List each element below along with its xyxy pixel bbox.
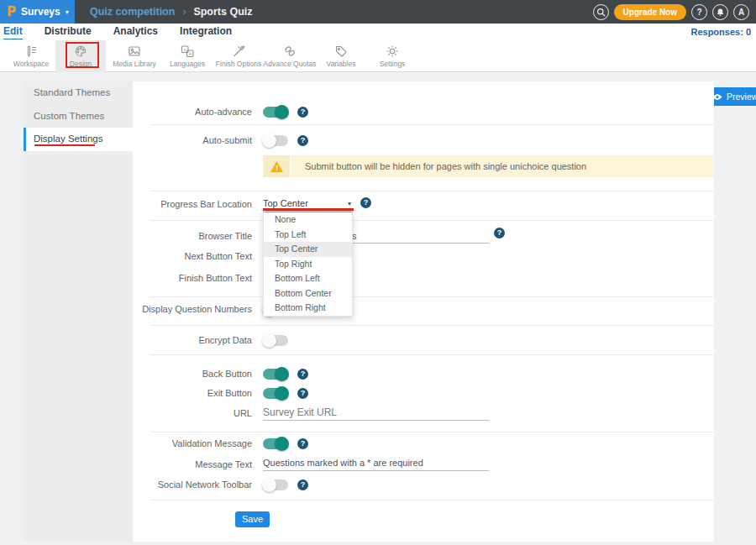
toggle-knob bbox=[262, 134, 276, 148]
sidebar-item-standard-themes[interactable]: Standard Themes bbox=[24, 81, 133, 105]
tab-analytics[interactable]: Analytics bbox=[113, 25, 158, 39]
tab-edit[interactable]: Edit bbox=[3, 25, 23, 39]
tab-integration[interactable]: Integration bbox=[180, 25, 232, 39]
help-tooltip-icon[interactable]: ? bbox=[297, 438, 308, 449]
toolbar-item-languages[interactable]: xA Languages bbox=[162, 40, 213, 72]
help-tooltip-icon[interactable]: ? bbox=[360, 197, 371, 208]
divider bbox=[150, 220, 714, 221]
toggle-knob bbox=[275, 437, 289, 451]
responses-count-link[interactable]: Responses: 0 bbox=[690, 27, 751, 37]
magic-wand-icon bbox=[232, 45, 245, 58]
toolbar-item-media-library[interactable]: Media Library bbox=[109, 40, 160, 72]
dropdown-option-top-right[interactable]: Top Right bbox=[264, 257, 352, 272]
exit-button-label: Exit Button bbox=[133, 385, 252, 401]
svg-text:!: ! bbox=[276, 164, 278, 172]
help-tooltip-icon[interactable]: ? bbox=[297, 135, 308, 146]
auto-submit-toggle[interactable] bbox=[263, 135, 288, 146]
display-settings-panel: Auto-advance ? Auto-submit ? ! Submit bu… bbox=[133, 81, 714, 542]
help-tooltip-icon[interactable]: ? bbox=[297, 388, 308, 399]
divider bbox=[150, 191, 714, 191]
toggle-knob bbox=[262, 333, 276, 348]
encrypt-data-label: Encrypt Data bbox=[133, 332, 252, 348]
questionpro-logo: P bbox=[7, 4, 16, 19]
tab-distribute[interactable]: Distribute bbox=[45, 25, 92, 39]
exit-button-toggle[interactable] bbox=[263, 388, 288, 399]
dropdown-option-bottom-right[interactable]: Bottom Right bbox=[264, 301, 352, 316]
exit-url-input[interactable] bbox=[263, 406, 489, 421]
toolbar-item-finish-options[interactable]: Finish Options bbox=[213, 40, 264, 72]
toolbar-item-workspace[interactable]: Workspace bbox=[6, 40, 56, 72]
annotation-red-underline bbox=[34, 144, 95, 146]
account-avatar[interactable]: A bbox=[733, 4, 749, 20]
dropdown-option-top-left[interactable]: Top Left bbox=[264, 228, 352, 243]
toolbar-item-label: Advance Quotas bbox=[264, 60, 317, 68]
notifications-button[interactable] bbox=[712, 4, 728, 20]
dropdown-option-bottom-center[interactable]: Bottom Center bbox=[264, 286, 352, 301]
toolbar-item-label: Settings bbox=[380, 60, 406, 68]
surveys-label: Surveys bbox=[21, 6, 60, 18]
chevron-down-icon: ▾ bbox=[348, 200, 353, 207]
toolbar-item-label: Media Library bbox=[113, 60, 156, 68]
search-icon bbox=[596, 8, 606, 17]
design-sidebar: Standard Themes Custom Themes Display Se… bbox=[24, 81, 133, 542]
section-tabs: Edit Distribute Analytics Integration bbox=[3, 24, 232, 40]
toolbar-item-label: Finish Options bbox=[216, 60, 261, 68]
upgrade-now-button[interactable]: Upgrade Now bbox=[614, 4, 686, 20]
workspace-icon bbox=[24, 45, 38, 58]
auto-submit-label: Auto-submit bbox=[133, 132, 252, 149]
encrypt-data-toggle[interactable] bbox=[263, 335, 288, 346]
dropdown-option-bottom-left[interactable]: Bottom Left bbox=[264, 271, 352, 286]
bell-icon bbox=[716, 8, 725, 17]
chain-link-icon bbox=[283, 45, 297, 58]
chevron-down-icon: ▾ bbox=[66, 8, 69, 16]
toolbar-item-label: Languages bbox=[170, 60, 205, 68]
finish-button-text-label: Finish Button Text bbox=[133, 270, 252, 286]
edit-toolbar: Workspace Design Media Library xA Langua… bbox=[0, 40, 756, 72]
auto-advance-toggle[interactable] bbox=[263, 107, 288, 118]
surveys-menu-button[interactable]: P Surveys ▾ bbox=[0, 0, 75, 24]
help-button[interactable]: ? bbox=[691, 4, 707, 20]
sidebar-item-label: Display Settings bbox=[34, 134, 102, 144]
next-button-text-label: Next Button Text bbox=[133, 248, 252, 265]
toolbar-item-variables[interactable]: Variables bbox=[316, 40, 366, 72]
sidebar-item-display-settings[interactable]: Display Settings bbox=[24, 128, 133, 151]
validation-message-toggle[interactable] bbox=[263, 438, 288, 449]
sidebar-item-custom-themes[interactable]: Custom Themes bbox=[24, 105, 133, 128]
toolbar-item-label: Design bbox=[70, 60, 92, 68]
design-palette-icon bbox=[74, 45, 87, 58]
toolbar-item-design[interactable]: Design bbox=[55, 40, 106, 72]
dropdown-option-top-center[interactable]: Top Center bbox=[264, 242, 352, 257]
back-button-toggle[interactable] bbox=[263, 369, 288, 380]
divider bbox=[150, 354, 714, 355]
toggle-knob bbox=[262, 478, 276, 492]
help-tooltip-icon[interactable]: ? bbox=[297, 369, 308, 380]
preview-label: Preview bbox=[727, 92, 756, 102]
help-tooltip-icon[interactable]: ? bbox=[297, 107, 308, 118]
breadcrumb-parent[interactable]: Quiz competition bbox=[90, 6, 175, 18]
toolbar-item-settings[interactable]: Settings bbox=[367, 40, 417, 72]
help-tooltip-icon[interactable]: ? bbox=[297, 479, 308, 490]
validation-message-label: Validation Message bbox=[133, 435, 252, 452]
warning-triangle-icon: ! bbox=[270, 160, 284, 173]
divider bbox=[150, 296, 714, 297]
toolbar-item-advance-quotas[interactable]: Advance Quotas bbox=[265, 40, 315, 72]
top-bar: P Surveys ▾ Quiz competition › Sports Qu… bbox=[0, 0, 756, 24]
help-tooltip-icon[interactable]: ? bbox=[494, 228, 505, 238]
message-text-input[interactable] bbox=[263, 456, 489, 471]
toolbar-item-label: Workspace bbox=[13, 60, 49, 68]
gear-icon bbox=[386, 45, 399, 58]
save-button[interactable]: Save bbox=[235, 511, 270, 527]
topbar-actions: Upgrade Now ? A bbox=[593, 0, 749, 24]
search-button[interactable] bbox=[593, 4, 609, 20]
selected-option-label: Top Center bbox=[263, 198, 308, 208]
questionpro-app: P Surveys ▾ Quiz competition › Sports Qu… bbox=[0, 0, 756, 545]
breadcrumb: Quiz competition › Sports Quiz bbox=[90, 0, 253, 24]
divider bbox=[150, 432, 714, 432]
social-network-toolbar-toggle[interactable] bbox=[263, 479, 288, 490]
progress-bar-location-select[interactable]: Top Center ▾ bbox=[263, 196, 353, 211]
breadcrumb-current: Sports Quiz bbox=[193, 6, 252, 18]
dropdown-option-none[interactable]: None bbox=[264, 212, 352, 228]
tag-icon bbox=[334, 45, 348, 58]
warning-text: Submit button will be hidden for pages w… bbox=[291, 155, 586, 177]
media-library-icon bbox=[128, 45, 141, 58]
